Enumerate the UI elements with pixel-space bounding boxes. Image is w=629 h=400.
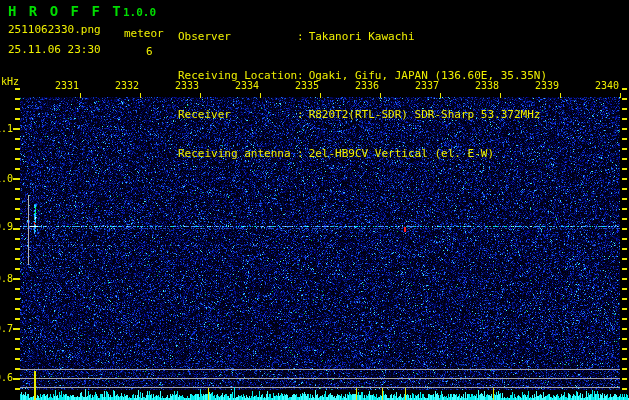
info-value: 2el-HB9CV Vertical (el. E-W): [309, 147, 494, 160]
app-version: 1.0.0: [123, 6, 156, 19]
freq-tick-label: 0.9: [0, 221, 13, 232]
info-separator: :: [297, 147, 304, 160]
time-tick-label: 2332: [103, 80, 151, 91]
freq-tick-label: 0.6: [0, 372, 13, 383]
info-row-observer: Observer:Takanori Kawachi: [178, 30, 547, 43]
freq-tick-label: 1.1: [0, 123, 13, 134]
freq-tick-label: 0.8: [0, 273, 13, 284]
freq-tick-label: 0.7: [0, 323, 13, 334]
time-tick-label: 2333: [163, 80, 211, 91]
output-filename: 2511062330.png: [8, 23, 101, 36]
info-separator: :: [297, 30, 304, 43]
time-tick-label: 2337: [403, 80, 451, 91]
time-tick-label: 2340: [583, 80, 629, 91]
info-label: Observer: [178, 30, 297, 43]
detection-count: 6: [146, 45, 153, 58]
info-row-antenna: Receiving antenna:2el-HB9CV Vertical (el…: [178, 147, 547, 160]
app-title: H R O F F T: [8, 3, 123, 19]
info-separator: :: [297, 108, 304, 121]
observation-mode: meteor: [124, 27, 164, 40]
freq-tick-label: 1.0: [0, 173, 13, 184]
time-tick-label: 2336: [343, 80, 391, 91]
time-tick-label: 2339: [523, 80, 571, 91]
info-label: Receiving antenna: [178, 147, 297, 160]
time-tick-label: 2335: [283, 80, 331, 91]
time-tick-label: 2338: [463, 80, 511, 91]
observation-datetime: 25.11.06 23:30: [8, 43, 101, 56]
freq-axis-unit: kHz: [1, 76, 19, 87]
info-label: Receiver: [178, 108, 297, 121]
time-tick-label: 2331: [43, 80, 91, 91]
info-value: Takanori Kawachi: [309, 30, 415, 43]
station-info: Observer:Takanori Kawachi Receiving Loca…: [178, 4, 547, 186]
info-value: R820T2(RTL-SDR) SDR-Sharp 53.372MHz: [309, 108, 541, 121]
time-tick-label: 2334: [223, 80, 271, 91]
info-row-receiver: Receiver:R820T2(RTL-SDR) SDR-Sharp 53.37…: [178, 108, 547, 121]
hrofft-window: H R O F F T 1.0.0 2511062330.png meteor …: [0, 0, 629, 400]
